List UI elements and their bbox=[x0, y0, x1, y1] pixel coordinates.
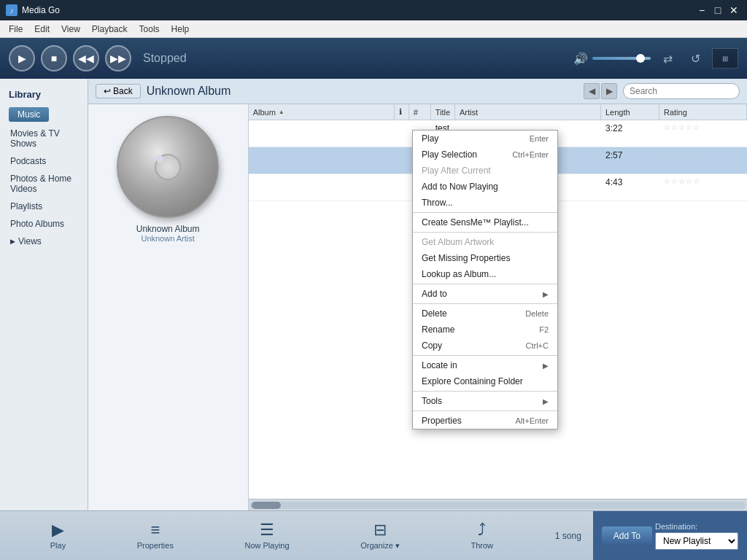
play-tool-button[interactable]: ▶ Play bbox=[42, 516, 74, 555]
cm-add-to[interactable]: Add to▶ bbox=[413, 286, 557, 302]
cm-get-artwork: Get Album Artwork bbox=[413, 234, 557, 250]
disc-outer bbox=[117, 116, 219, 218]
cm-locate-in[interactable]: Locate in▶ bbox=[413, 357, 557, 373]
cm-explore-folder[interactable]: Explore Containing Folder bbox=[413, 373, 557, 389]
artist-name-label: Unknown Artist bbox=[141, 234, 194, 243]
throw-tool-button[interactable]: ⤴ Throw bbox=[462, 516, 502, 555]
play-button[interactable]: ▶ bbox=[9, 45, 35, 71]
maximize-button[interactable]: □ bbox=[711, 3, 725, 18]
col-artist: Artist bbox=[455, 104, 601, 120]
album-panel: Unknown Album Unknown Artist bbox=[88, 104, 249, 510]
cell-rating: ☆☆☆☆☆ bbox=[659, 120, 747, 147]
close-button[interactable]: ✕ bbox=[727, 3, 741, 18]
cell-info bbox=[395, 174, 409, 201]
menu-view[interactable]: View bbox=[55, 23, 86, 36]
minimize-button[interactable]: − bbox=[694, 3, 709, 18]
sidebar-item-views[interactable]: Views bbox=[0, 233, 88, 250]
menu-edit[interactable]: Edit bbox=[28, 23, 55, 36]
title-bar: ♪ Media Go − □ ✕ bbox=[0, 0, 747, 20]
navigation-arrows: ◀ ▶ bbox=[584, 83, 617, 99]
cell-rating: ☆☆☆☆☆ bbox=[659, 147, 747, 174]
cm-separator-5 bbox=[413, 355, 557, 356]
repeat-button[interactable]: ↺ bbox=[684, 47, 706, 69]
scroll-track bbox=[250, 502, 746, 509]
cm-separator-1 bbox=[413, 212, 557, 213]
cm-play[interactable]: PlayEnter bbox=[413, 131, 557, 147]
sidebar-item-photo-albums[interactable]: Photo Albums bbox=[0, 215, 88, 233]
cm-separator-6 bbox=[413, 391, 557, 392]
destination-label: Destination: bbox=[655, 522, 738, 531]
organize-tool-icon: ⊟ bbox=[374, 521, 387, 540]
menu-tools[interactable]: Tools bbox=[133, 23, 166, 36]
stop-button[interactable]: ■ bbox=[41, 45, 67, 71]
cm-play-after: Play After Current bbox=[413, 163, 557, 179]
sidebar-item-music[interactable]: Music bbox=[9, 107, 49, 122]
content-header: ↩ Back Unknown Album ◀ ▶ bbox=[88, 79, 747, 104]
sidebar: Library Music Movies & TV Shows Podcasts… bbox=[0, 79, 88, 510]
col-length: Length bbox=[601, 104, 659, 120]
throw-tool-icon: ⤴ bbox=[478, 521, 486, 540]
bottom-bar: ▶ Play ≡ Properties ☰ Now Playing ⊟ Orga… bbox=[0, 510, 747, 560]
search-input[interactable] bbox=[623, 83, 740, 99]
volume-slider[interactable] bbox=[592, 57, 651, 60]
col-num: # bbox=[409, 104, 431, 120]
cm-separator-4 bbox=[413, 303, 557, 304]
nav-left-button[interactable]: ◀ bbox=[584, 83, 600, 99]
album-name-label: Unknown Album bbox=[136, 224, 200, 234]
cell-album bbox=[249, 120, 395, 147]
sidebar-item-podcasts[interactable]: Podcasts bbox=[0, 152, 88, 170]
scroll-thumb[interactable] bbox=[252, 502, 281, 509]
cm-create-sensme[interactable]: Create SensMe™ Playlist... bbox=[413, 214, 557, 230]
library-header: Library bbox=[0, 85, 88, 104]
now-playing-tool-label: Now Playing bbox=[244, 541, 289, 550]
shuffle-button[interactable]: ⇄ bbox=[657, 47, 678, 69]
sidebar-item-photos[interactable]: Photos & Home Videos bbox=[0, 170, 88, 198]
cm-tools[interactable]: Tools▶ bbox=[413, 393, 557, 409]
col-rating: Rating bbox=[659, 104, 747, 120]
cell-length: 4:43 bbox=[601, 174, 659, 201]
nav-right-button[interactable]: ▶ bbox=[601, 83, 617, 99]
track-table-header: Album ▲ ℹ # Title Artist Length Rating bbox=[249, 104, 747, 120]
window-controls: − □ ✕ bbox=[694, 3, 741, 18]
play-tool-label: Play bbox=[50, 541, 66, 550]
cm-separator-3 bbox=[413, 284, 557, 284]
cell-info bbox=[395, 147, 409, 174]
title-bar-left: ♪ Media Go bbox=[6, 4, 60, 16]
horizontal-scrollbar[interactable] bbox=[249, 499, 747, 510]
playback-status: Stopped bbox=[143, 52, 568, 65]
add-to-button[interactable]: Add To bbox=[602, 526, 652, 545]
organize-tool-button[interactable]: ⊟ Organize ▾ bbox=[352, 516, 409, 555]
cm-properties[interactable]: PropertiesAlt+Enter bbox=[413, 413, 557, 429]
cell-length: 2:57 bbox=[601, 147, 659, 174]
cm-add-now-playing[interactable]: Add to Now Playing bbox=[413, 179, 557, 195]
cm-throw[interactable]: Throw... bbox=[413, 195, 557, 211]
cm-play-selection[interactable]: Play SelectionCtrl+Enter bbox=[413, 147, 557, 163]
col-info: ℹ bbox=[395, 104, 409, 120]
cm-get-missing[interactable]: Get Missing Properties bbox=[413, 250, 557, 266]
cm-lookup-album[interactable]: Lookup as Album... bbox=[413, 266, 557, 282]
cm-rename[interactable]: RenameF2 bbox=[413, 322, 557, 338]
app-title: Media Go bbox=[22, 5, 60, 15]
sidebar-item-movies[interactable]: Movies & TV Shows bbox=[0, 125, 88, 152]
toolbar: ▶ ■ ◀◀ ▶▶ Stopped 🔊 ⇄ ↺ ⊞ bbox=[0, 38, 747, 79]
next-button[interactable]: ▶▶ bbox=[105, 45, 131, 71]
now-playing-tool-button[interactable]: ☰ Now Playing bbox=[236, 516, 298, 555]
cell-album bbox=[249, 147, 395, 174]
volume-knob[interactable] bbox=[636, 54, 645, 63]
context-menu: PlayEnter Play SelectionCtrl+Enter Play … bbox=[412, 130, 558, 429]
disc-hole bbox=[156, 155, 163, 163]
prev-button[interactable]: ◀◀ bbox=[73, 45, 99, 71]
cm-copy[interactable]: CopyCtrl+C bbox=[413, 338, 557, 354]
sidebar-item-playlists[interactable]: Playlists bbox=[0, 198, 88, 215]
menu-file[interactable]: File bbox=[3, 23, 28, 36]
properties-tool-button[interactable]: ≡ Properties bbox=[128, 516, 182, 555]
destination-select[interactable]: New Playlist bbox=[655, 532, 738, 550]
back-button[interactable]: ↩ Back bbox=[96, 84, 141, 98]
now-playing-tool-icon: ☰ bbox=[260, 521, 274, 540]
organize-tool-label: Organize ▾ bbox=[360, 541, 400, 551]
add-to-area: Add To Destination: New Playlist bbox=[593, 511, 747, 560]
visualizer-button[interactable]: ⊞ bbox=[712, 48, 738, 69]
menu-help[interactable]: Help bbox=[166, 23, 196, 36]
cm-delete[interactable]: DeleteDelete bbox=[413, 306, 557, 322]
menu-playback[interactable]: Playback bbox=[86, 23, 133, 36]
